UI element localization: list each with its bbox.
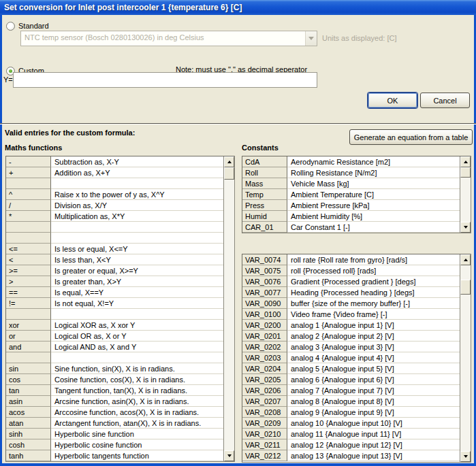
description-cell[interactable]: roll rate {Roll rate from gyro} [rad/s] — [287, 254, 460, 265]
symbol-cell[interactable]: ^ — [6, 189, 51, 200]
symbol-cell[interactable]: >= — [6, 265, 51, 276]
table-row[interactable]: VAR_0206analog 7 {Analogue input 7} [V] — [242, 385, 460, 396]
description-cell[interactable]: Is less or equal, X<=Y — [51, 244, 223, 254]
symbol-cell[interactable]: asin — [6, 396, 51, 407]
description-cell[interactable]: Cosine function, cos(X), X is in radians… — [51, 374, 223, 385]
symbol-cell[interactable] — [6, 222, 51, 233]
description-cell[interactable]: Hyperbolic sine function — [51, 429, 223, 439]
description-cell[interactable]: Arctangent function, atan(X), X is in ra… — [51, 418, 223, 429]
table-row[interactable]: acosArccosine function, acos(X), X is in… — [6, 407, 223, 418]
symbol-cell[interactable]: VAR_0100 — [242, 309, 287, 320]
description-cell[interactable]: analog 4 {Analogue input 4} [V] — [287, 352, 460, 363]
symbol-cell[interactable]: VAR_0210 — [242, 429, 287, 439]
symbol-cell[interactable]: VAR_0090 — [242, 298, 287, 309]
symbol-cell[interactable] — [6, 178, 51, 189]
symbol-cell[interactable]: VAR_0077 — [242, 287, 287, 298]
description-cell[interactable]: Is less than, X<Y — [51, 254, 223, 265]
description-cell[interactable] — [51, 309, 223, 320]
symbol-cell[interactable]: VAR_0202 — [242, 342, 287, 352]
symbol-cell[interactable]: VAR_0206 — [242, 385, 287, 396]
symbol-cell[interactable]: VAR_0212 — [242, 450, 287, 461]
table-row[interactable]: RollRolling Resistance [N/m2] — [242, 167, 460, 178]
description-cell[interactable]: Ambient Temperature [C] — [287, 189, 460, 200]
constants-scrollbar[interactable] — [460, 156, 471, 233]
table-row[interactable] — [6, 178, 223, 189]
symbol-cell[interactable]: != — [6, 298, 51, 309]
scroll-up-button[interactable] — [460, 156, 471, 167]
table-row[interactable]: HumidAmbient Humidity [%] — [242, 211, 460, 222]
description-cell[interactable]: Raise x to the power of y as, X^Y — [51, 189, 223, 200]
description-cell[interactable]: analog 5 {Analogue input 5} [V] — [287, 363, 460, 374]
table-row[interactable]: VAR_0077Heading {Processed heading } [de… — [242, 287, 460, 298]
description-cell[interactable] — [51, 178, 223, 189]
table-row[interactable]: <=Is less or equal, X<=Y — [6, 244, 223, 254]
symbol-cell[interactable]: * — [6, 211, 51, 222]
symbol-cell[interactable]: VAR_0208 — [242, 407, 287, 418]
symbol-cell[interactable]: VAR_0076 — [242, 276, 287, 287]
symbol-cell[interactable]: VAR_0211 — [242, 439, 287, 450]
custom-formula-input[interactable] — [13, 72, 317, 88]
maths-scrollbar[interactable] — [223, 156, 234, 461]
symbol-cell[interactable]: cosh — [6, 439, 51, 450]
table-row[interactable]: CdAAerodynamic Resistance [m2] — [242, 156, 460, 167]
table-row[interactable]: VAR_0200analog 1 {Analogue input 1} [V] — [242, 320, 460, 331]
description-cell[interactable]: Logical AND as, X and Y — [51, 342, 223, 352]
table-row[interactable] — [6, 352, 223, 363]
description-cell[interactable]: analog 2 {Analogue input 2} [V] — [287, 331, 460, 342]
symbol-cell[interactable]: Roll — [242, 167, 287, 178]
description-cell[interactable]: Aerodynamic Resistance [m2] — [287, 156, 460, 167]
symbol-cell[interactable]: VAR_0209 — [242, 418, 287, 429]
table-row[interactable]: VAR_0204analog 5 {Analogue input 5} [V] — [242, 363, 460, 374]
symbol-cell[interactable] — [6, 233, 51, 244]
scroll-down-button[interactable] — [224, 450, 234, 461]
symbol-cell[interactable]: tanh — [6, 450, 51, 461]
description-cell[interactable]: analog 13 {Analogue input 13} [V] — [287, 450, 460, 461]
symbol-cell[interactable]: and — [6, 342, 51, 352]
ok-button[interactable]: OK — [368, 93, 417, 108]
description-cell[interactable]: Sine function, sin(X), X is in radians. — [51, 363, 223, 374]
scroll-down-button[interactable] — [460, 222, 471, 233]
table-row[interactable]: VAR_0209analog 10 {Analogue input 10} [V… — [242, 418, 460, 429]
cancel-button[interactable]: Cancel — [420, 93, 470, 108]
description-cell[interactable]: Is equal, X==Y — [51, 287, 223, 298]
table-row[interactable]: andLogical AND as, X and Y — [6, 342, 223, 352]
description-cell[interactable] — [51, 222, 223, 233]
table-row[interactable] — [6, 233, 223, 244]
symbol-cell[interactable] — [6, 352, 51, 363]
description-cell[interactable]: Ambient Pressure [kPa] — [287, 200, 460, 211]
symbol-cell[interactable]: VAR_0207 — [242, 396, 287, 407]
table-row[interactable]: ^Raise x to the power of y as, X^Y — [6, 189, 223, 200]
symbol-cell[interactable]: VAR_0200 — [242, 320, 287, 331]
description-cell[interactable]: analog 1 {Analogue input 1} [V] — [287, 320, 460, 331]
symbol-cell[interactable]: Temp — [242, 189, 287, 200]
symbol-cell[interactable]: sinh — [6, 429, 51, 439]
symbol-cell[interactable]: CdA — [242, 156, 287, 167]
symbol-cell[interactable]: <= — [6, 244, 51, 254]
symbol-cell[interactable]: sin — [6, 363, 51, 374]
table-row[interactable]: asinArcsine function, asin(X), X is in r… — [6, 396, 223, 407]
symbol-cell[interactable]: CAR_01 — [242, 222, 287, 233]
table-row[interactable]: cosCosine function, cos(X), X is in radi… — [6, 374, 223, 385]
table-row[interactable]: VAR_0201analog 2 {Analogue input 2} [V] — [242, 331, 460, 342]
description-cell[interactable]: roll {Processed roll} [rads] — [287, 265, 460, 276]
description-cell[interactable]: Ambient Humidity [%] — [287, 211, 460, 222]
table-row[interactable]: sinSine function, sin(X), X is in radian… — [6, 363, 223, 374]
symbol-cell[interactable]: cos — [6, 374, 51, 385]
table-row[interactable]: VAR_0211analog 12 {Analogue input 12} [V… — [242, 439, 460, 450]
table-row[interactable]: >=Is greater or equal, X>=Y — [6, 265, 223, 276]
description-cell[interactable]: Car Constant 1 [-] — [287, 222, 460, 233]
description-cell[interactable]: analog 6 {Analogue input 6} [V] — [287, 374, 460, 385]
symbol-cell[interactable]: VAR_0201 — [242, 331, 287, 342]
table-row[interactable]: VAR_0090buffer {size of the memory buffe… — [242, 298, 460, 309]
description-cell[interactable]: Rolling Resistance [N/m2] — [287, 167, 460, 178]
scrollbar-thumb[interactable] — [224, 167, 234, 180]
table-row[interactable]: ==Is equal, X==Y — [6, 287, 223, 298]
description-cell[interactable]: Is not equal, X!=Y — [51, 298, 223, 309]
symbol-cell[interactable]: VAR_0075 — [242, 265, 287, 276]
description-cell[interactable]: Multiplication as, X*Y — [51, 211, 223, 222]
table-row[interactable]: +Addition as, X+Y — [6, 167, 223, 178]
table-row[interactable]: VAR_0203analog 4 {Analogue input 4} [V] — [242, 352, 460, 363]
symbol-cell[interactable]: or — [6, 331, 51, 342]
description-cell[interactable]: Subtraction as, X-Y — [51, 156, 223, 167]
symbol-cell[interactable]: atan — [6, 418, 51, 429]
